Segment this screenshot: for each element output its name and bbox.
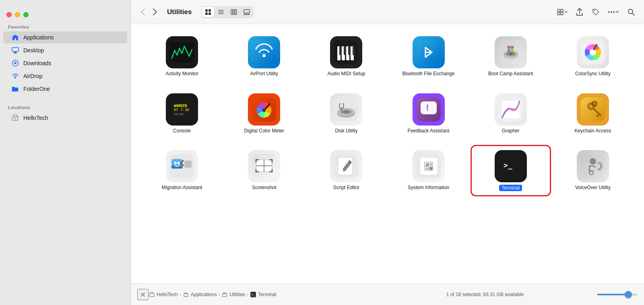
statusbar-info: 1 of 18 selected, 93.31 GB available (373, 292, 598, 297)
screenshot-icon (248, 150, 280, 182)
share-button[interactable] (573, 6, 586, 19)
toolbar: Utilities (131, 0, 644, 24)
app-item-colorsync[interactable]: ColorSync Utility (554, 32, 632, 81)
app-item-voiceover[interactable]: VoiceOver Utility (554, 146, 632, 195)
nav-buttons (137, 6, 161, 18)
app-label: Audio MIDI Setup (327, 71, 365, 77)
svg-rect-8 (208, 9, 211, 12)
app-item-screenshot[interactable]: Screenshot (225, 146, 303, 195)
svg-rect-2 (13, 53, 17, 54)
app-item-script[interactable]: Script Editor (307, 146, 385, 195)
sidebar-item-label: HelloTech (23, 115, 48, 121)
migration-icon (166, 150, 198, 182)
app-item-keychain[interactable]: Keychain Access (554, 89, 632, 138)
svg-point-66 (262, 109, 266, 112)
app-item-activity-monitor[interactable]: Activity Monitor (143, 32, 221, 81)
svg-point-25 (594, 10, 594, 11)
sidebar-item-label: FolderOne (23, 86, 50, 92)
svg-text:kernel:: kernel: (174, 113, 186, 116)
svg-rect-111 (426, 167, 428, 169)
app-item-migration[interactable]: Migration Assistant (143, 146, 221, 195)
svg-rect-52 (508, 49, 510, 52)
app-label: Boot Camp Assistant (488, 71, 533, 77)
colorsync-icon (577, 36, 609, 68)
app-item-digital-color[interactable]: Digital Color Meter (225, 89, 303, 138)
tag-button[interactable] (589, 6, 602, 19)
terminal-icon: >_ (495, 150, 527, 182)
view-list-button[interactable] (215, 7, 227, 17)
sidebar: Favorites Applications Desktop Downloads (0, 0, 131, 305)
sidebar-item-applications[interactable]: Applications (3, 31, 127, 43)
app-item-airport[interactable]: AirPort Utility (225, 32, 303, 81)
sidebar-item-folderone[interactable]: FolderOne (3, 83, 127, 95)
back-button[interactable] (137, 6, 149, 18)
svg-rect-42 (353, 46, 355, 55)
statusbar-close-button[interactable] (137, 289, 149, 300)
zoom-slider (597, 294, 638, 295)
app-item-disk[interactable]: Disk Utility (307, 89, 385, 138)
app-label: Keychain Access (575, 128, 611, 134)
app-grid: Activity Monitor AirPort Utility (131, 24, 644, 283)
path-terminal: Terminal (258, 292, 276, 297)
main-panel: Utilities (131, 0, 644, 305)
view-grid-button[interactable] (202, 7, 214, 17)
app-label: VoiceOver Utility (575, 185, 611, 191)
feedback-icon: ! (413, 93, 445, 126)
close-button[interactable] (6, 12, 12, 17)
sidebar-item-label: Desktop (23, 47, 44, 54)
svg-rect-19 (246, 14, 248, 15)
app-item-console[interactable]: WARNIN AY 7:36 kernel: Console (143, 89, 221, 138)
app-item-feedback[interactable]: ! Feedback Assistant (390, 89, 468, 138)
airdrop-icon (11, 72, 19, 80)
utilities-path-icon (221, 291, 228, 298)
minimize-button[interactable] (15, 12, 20, 17)
app-label: Digital Color Meter (244, 128, 284, 134)
svg-rect-120 (149, 293, 154, 297)
view-gallery-button[interactable] (241, 7, 253, 17)
sidebar-item-hellotech[interactable]: HelloTech (3, 112, 127, 124)
sysinfo-icon (413, 150, 445, 182)
app-label: AirPort Utility (250, 71, 278, 77)
app-label: Screenshot (252, 185, 277, 191)
maximize-button[interactable] (23, 12, 29, 17)
locations-label: Locations (0, 102, 130, 111)
svg-point-26 (608, 11, 610, 13)
sidebar-item-downloads[interactable]: Downloads (3, 57, 127, 69)
grapher-icon (495, 93, 527, 126)
view-columns-button[interactable] (228, 7, 240, 17)
svg-rect-93 (184, 161, 192, 168)
traffic-lights (0, 6, 130, 21)
app-item-terminal[interactable]: >_ Terminal (472, 146, 550, 195)
toolbar-title: Utilities (167, 8, 192, 16)
app-label: ColorSync Utility (575, 71, 611, 77)
svg-text:AY 7:36: AY 7:36 (174, 108, 189, 112)
forward-button[interactable] (149, 6, 161, 18)
app-item-bluetooth[interactable]: Bluetooth File Exchange (390, 32, 468, 81)
svg-point-27 (611, 11, 612, 13)
svg-point-28 (613, 11, 615, 13)
svg-text:WARNIN: WARNIN (174, 104, 187, 108)
svg-rect-51 (511, 46, 514, 49)
app-item-audio-midi[interactable]: Audio MIDI Setup (307, 32, 385, 81)
svg-rect-21 (557, 9, 560, 12)
slider-track[interactable] (597, 294, 638, 295)
app-item-sysinfo[interactable]: System Information (390, 146, 468, 195)
disk-icon (330, 93, 362, 126)
app-item-bootcamp[interactable]: Boot Camp Assistant (472, 32, 550, 81)
search-button[interactable] (625, 6, 638, 19)
more-button[interactable] (605, 9, 621, 15)
app-label: Terminal (499, 185, 522, 191)
svg-point-92 (178, 162, 180, 164)
svg-rect-7 (205, 9, 208, 12)
group-button[interactable] (555, 7, 570, 17)
statusbar: HelloTech › Applications › Utilities › >… (131, 283, 644, 305)
svg-rect-110 (430, 163, 432, 165)
sidebar-item-airdrop[interactable]: AirDrop (3, 70, 127, 82)
hellotech-path-icon (149, 291, 155, 298)
sidebar-item-desktop[interactable]: Desktop (3, 44, 127, 56)
svg-point-49 (509, 53, 512, 55)
app-item-grapher[interactable]: Grapher (472, 89, 550, 138)
desktop-icon (11, 46, 19, 54)
svg-point-29 (628, 9, 633, 14)
app-label: Migration Assistant (162, 185, 202, 191)
